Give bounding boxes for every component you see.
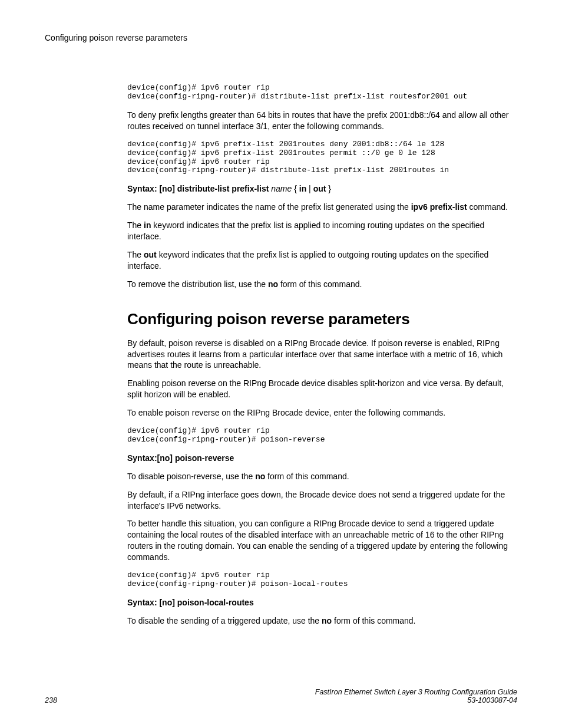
- syntax-keyword-in: in: [299, 184, 306, 193]
- paragraph: Enabling poison reverse on the RIPng Bro…: [127, 378, 517, 400]
- text: To disable the sending of a triggered up…: [127, 616, 322, 625]
- paragraph: The out keyword indicates that the prefi…: [127, 249, 517, 272]
- syntax-param-name: name: [271, 184, 292, 193]
- page-footer: 238 FastIron Ethernet Switch Layer 3 Rou…: [45, 688, 517, 704]
- syntax-line-3: Syntax: [no] poison-local-routes: [127, 597, 517, 608]
- syntax-line-1: Syntax: [no] distribute-list prefix-list…: [127, 183, 517, 195]
- paragraph: To better handle this situation, you can…: [127, 518, 517, 563]
- syntax-text: Syntax:[no] poison-reverse: [127, 453, 234, 463]
- text: To disable poison-reverse, use the: [127, 472, 255, 481]
- syntax-brace: }: [328, 184, 331, 193]
- text: keyword indicates that the prefix list i…: [127, 220, 484, 241]
- keyword-in: in: [144, 220, 151, 230]
- code-block-3: device(config)# ipv6 router rip device(c…: [127, 427, 517, 444]
- running-header: Configuring poison reverse parameters: [45, 33, 517, 42]
- text: form of this command.: [265, 472, 349, 481]
- section-heading: Configuring poison reverse parameters: [127, 310, 517, 328]
- text: form of this command.: [332, 616, 415, 625]
- doc-id: 53-1003087-04: [315, 696, 517, 704]
- text: command.: [467, 202, 508, 212]
- doc-title: FastIron Ethernet Switch Layer 3 Routing…: [315, 688, 517, 696]
- page-number: 238: [45, 696, 57, 704]
- syntax-pipe: |: [309, 184, 311, 193]
- text: The name parameter indicates the name of…: [127, 202, 411, 212]
- syntax-brace: {: [294, 184, 297, 193]
- footer-doc-info: FastIron Ethernet Switch Layer 3 Routing…: [315, 688, 517, 704]
- syntax-line-2: Syntax:[no] poison-reverse: [127, 453, 517, 464]
- text: keyword indicates that the prefix list i…: [127, 250, 488, 271]
- syntax-text: Syntax: [no] poison-local-routes: [127, 598, 254, 607]
- keyword-no: no: [268, 279, 278, 289]
- syntax-keyword-out: out: [313, 184, 326, 193]
- paragraph: By default, if a RIPng interface goes do…: [127, 489, 517, 512]
- code-block-2: device(config)# ipv6 prefix-list 2001rou…: [127, 140, 517, 176]
- code-block-4: device(config)# ipv6 router rip device(c…: [127, 571, 517, 589]
- command-name: ipv6 prefix-list: [411, 202, 467, 212]
- paragraph: To disable the sending of a triggered up…: [127, 615, 517, 627]
- keyword-no: no: [255, 472, 265, 481]
- text: To remove the distribution list, use the: [127, 279, 268, 289]
- paragraph: To disable poison-reverse, use the no fo…: [127, 471, 517, 482]
- code-block-1: device(config)# ipv6 router rip device(c…: [127, 84, 517, 101]
- main-content: device(config)# ipv6 router rip device(c…: [127, 84, 517, 627]
- paragraph: To remove the distribution list, use the…: [127, 279, 517, 290]
- text: form of this command.: [278, 279, 362, 289]
- syntax-prefix: Syntax: [no] distribute-list prefix-list: [127, 184, 269, 193]
- keyword-no: no: [322, 616, 332, 625]
- text: The: [127, 220, 144, 230]
- paragraph: To enable poison reverse on the RIPng Br…: [127, 407, 517, 419]
- keyword-out: out: [144, 250, 157, 259]
- paragraph: The name parameter indicates the name of…: [127, 202, 517, 213]
- paragraph: To deny prefix lengths greater than 64 b…: [127, 110, 517, 132]
- paragraph: The in keyword indicates that the prefix…: [127, 220, 517, 242]
- text: The: [127, 250, 144, 259]
- paragraph: By default, poison reverse is disabled o…: [127, 338, 517, 371]
